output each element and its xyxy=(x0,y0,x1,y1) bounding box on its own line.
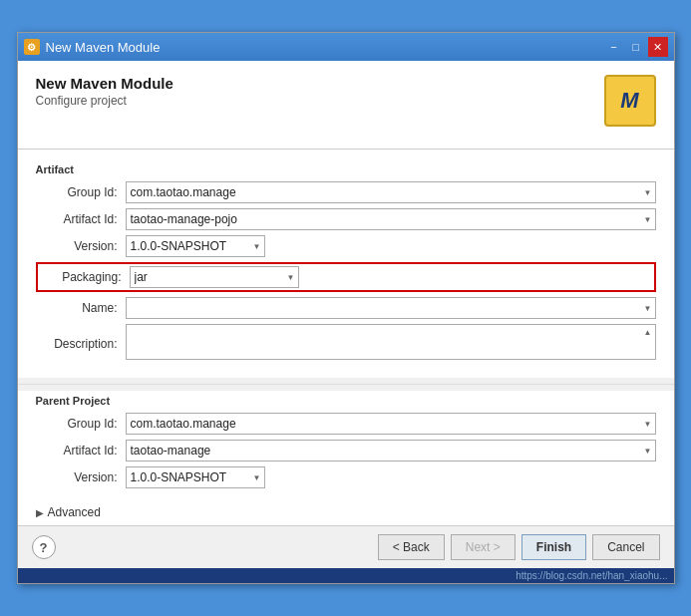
url-bar: https://blog.csdn.net/han_xiaohu... xyxy=(18,568,674,583)
packaging-row: Packaging: jar ▼ xyxy=(36,262,656,292)
version-select-wrapper: 1.0.0-SNAPSHOT ▼ xyxy=(126,235,265,257)
parent-section-label: Parent Project xyxy=(36,391,656,407)
parent-artifact-id-row: Artifact Id: taotao-manage ▼ xyxy=(36,440,656,462)
parent-version-row: Version: 1.0.0-SNAPSHOT ▼ xyxy=(36,466,656,488)
cancel-button[interactable]: Cancel xyxy=(592,534,659,560)
main-window: ⚙ New Maven Module − □ ✕ New Maven Modul… xyxy=(17,32,675,584)
title-bar: ⚙ New Maven Module − □ ✕ xyxy=(18,33,674,61)
description-row: Description: ▲ xyxy=(36,324,656,363)
artifact-id-wrapper: taotao-manage-pojo ▼ xyxy=(126,208,656,230)
window-icon: ⚙ xyxy=(24,39,40,55)
artifact-id-row: Artifact Id: taotao-manage-pojo ▼ xyxy=(36,208,656,230)
advanced-row[interactable]: ▶ Advanced xyxy=(18,499,674,525)
dialog-title: New Maven Module xyxy=(36,75,173,92)
packaging-select[interactable]: jar xyxy=(130,266,299,288)
section-divider xyxy=(18,384,674,385)
title-controls: − □ ✕ xyxy=(604,37,668,57)
advanced-label: Advanced xyxy=(48,505,101,519)
dialog-header: New Maven Module Configure project M xyxy=(18,61,674,150)
name-input[interactable] xyxy=(126,297,656,319)
artifact-id-select[interactable]: taotao-manage-pojo xyxy=(126,208,656,230)
parent-section: Parent Project Group Id: com.taotao.mana… xyxy=(18,391,674,499)
description-wrapper: ▲ xyxy=(126,324,656,363)
parent-artifact-id-label: Artifact Id: xyxy=(36,444,126,458)
version-label: Version: xyxy=(36,239,126,253)
parent-version-control: 1.0.0-SNAPSHOT ▼ xyxy=(126,466,656,488)
title-bar-left: ⚙ New Maven Module xyxy=(24,39,161,55)
parent-artifact-id-wrapper: taotao-manage ▼ xyxy=(126,440,656,462)
back-button[interactable]: < Back xyxy=(378,534,445,560)
window-title: New Maven Module xyxy=(46,40,161,55)
parent-group-id-wrapper: com.taotao.manage ▼ xyxy=(126,413,656,435)
description-expand-icon[interactable]: ▲ xyxy=(644,328,652,337)
header-text: New Maven Module Configure project xyxy=(36,75,173,108)
close-button[interactable]: ✕ xyxy=(648,37,668,57)
group-id-row: Group Id: com.taotao.manage ▼ xyxy=(36,181,656,203)
packaging-select-wrapper: jar ▼ xyxy=(130,266,299,288)
group-id-wrapper: com.taotao.manage ▼ xyxy=(126,181,656,203)
parent-version-label: Version: xyxy=(36,470,126,484)
artifact-section-label: Artifact xyxy=(36,159,656,175)
artifact-id-label: Artifact Id: xyxy=(36,212,126,226)
name-label: Name: xyxy=(36,301,126,315)
maven-icon: M xyxy=(604,75,656,127)
description-input[interactable] xyxy=(126,324,656,360)
name-wrapper: ▼ xyxy=(126,297,656,319)
finish-button[interactable]: Finish xyxy=(521,534,586,560)
help-button[interactable]: ? xyxy=(32,535,56,559)
next-button[interactable]: Next > xyxy=(451,534,516,560)
parent-group-id-select[interactable]: com.taotao.manage xyxy=(126,413,656,435)
group-id-select[interactable]: com.taotao.manage xyxy=(126,181,656,203)
advanced-expand-icon: ▶ xyxy=(36,507,44,518)
parent-artifact-id-select[interactable]: taotao-manage xyxy=(126,440,656,462)
version-row: Version: 1.0.0-SNAPSHOT ▼ xyxy=(36,235,656,257)
version-select[interactable]: 1.0.0-SNAPSHOT xyxy=(126,235,265,257)
minimize-button[interactable]: − xyxy=(604,37,624,57)
header-row: New Maven Module Configure project M xyxy=(36,75,656,127)
packaging-label: Packaging: xyxy=(40,270,130,284)
bottom-bar: ? < Back Next > Finish Cancel xyxy=(18,525,674,568)
name-row: Name: ▼ xyxy=(36,297,656,319)
version-control-wrapper: 1.0.0-SNAPSHOT ▼ xyxy=(126,235,656,257)
action-buttons: < Back Next > Finish Cancel xyxy=(378,534,660,560)
parent-group-id-label: Group Id: xyxy=(36,417,126,431)
dialog-subtitle: Configure project xyxy=(36,94,173,108)
parent-group-id-row: Group Id: com.taotao.manage ▼ xyxy=(36,413,656,435)
maximize-button[interactable]: □ xyxy=(626,37,646,57)
description-label: Description: xyxy=(36,337,126,351)
group-id-label: Group Id: xyxy=(36,185,126,199)
parent-version-select-wrapper: 1.0.0-SNAPSHOT ▼ xyxy=(126,466,265,488)
artifact-section: Artifact Group Id: com.taotao.manage ▼ A… xyxy=(18,150,674,378)
parent-version-select[interactable]: 1.0.0-SNAPSHOT xyxy=(126,466,265,488)
